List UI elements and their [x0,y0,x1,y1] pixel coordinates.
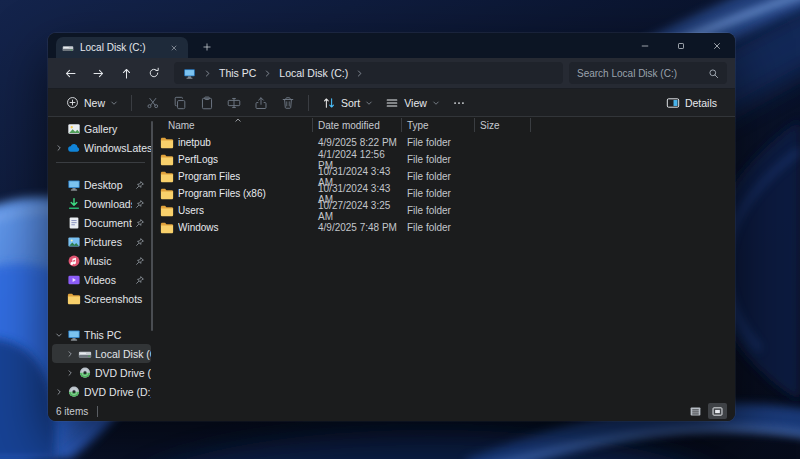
arrow-up-icon [120,67,133,80]
sidebar-item-music[interactable]: Music [48,251,151,270]
cut-button[interactable] [139,91,166,115]
sidebar-item-downloads[interactable]: Downloads [48,194,151,213]
folder-icon [160,204,174,218]
toolbar-divider [131,95,132,111]
sort-button[interactable]: Sort [316,91,379,115]
sidebar-scrollbar[interactable] [151,121,153,331]
pin-icon [135,256,145,266]
new-tab-button[interactable] [198,39,216,55]
refresh-button[interactable] [140,60,168,86]
rename-icon [227,96,241,110]
large-icons-view-toggle[interactable] [708,403,727,419]
minimize-button[interactable] [627,33,663,58]
column-divider[interactable] [530,118,531,132]
sidebar-item-documents[interactable]: Documents [48,213,151,232]
file-row-users[interactable]: Users 10/27/2024 3:25 AM File folder [155,202,735,219]
explorer-tab[interactable]: Local Disk (C:) [56,37,188,58]
details-pane-button[interactable]: Details [660,91,723,115]
status-divider [97,406,98,417]
folder-icon [160,221,174,235]
sidebar-item-dvd-drive[interactable]: DVD Drive (D:) [48,363,151,382]
breadcrumb[interactable]: This PC Local Disk (C:) [174,62,563,84]
file-row-program-files[interactable]: Program Files 10/31/2024 3:43 AM File fo… [155,168,735,185]
back-button[interactable] [56,60,84,86]
window-titlebar[interactable]: Local Disk (C:) [48,33,735,58]
tab-close-icon[interactable] [166,40,182,56]
disc-icon [67,385,81,399]
share-button[interactable] [247,91,274,115]
up-button[interactable] [112,60,140,86]
chevron-right-icon[interactable] [54,144,64,152]
gallery-icon [67,122,81,136]
delete-button[interactable] [274,91,301,115]
this-pc-icon [67,328,81,342]
folder-icon [67,292,81,306]
new-button[interactable]: New [60,91,124,115]
view-button[interactable]: View [379,91,446,115]
close-icon [712,41,722,51]
pin-icon [135,275,145,285]
ellipsis-icon [452,96,466,110]
sidebar-item-gallery[interactable]: Gallery [48,119,151,138]
sort-ascending-icon [233,115,243,125]
column-header-type[interactable]: Type [402,117,474,134]
status-bar: 6 items [48,401,735,421]
desktop-icon [67,178,81,192]
file-row-windows[interactable]: Windows 4/9/2025 7:48 PM File folder [155,219,735,236]
file-row-inetpub[interactable]: inetpub 4/9/2025 8:22 PM File folder [155,134,735,151]
search-box[interactable] [569,62,727,84]
file-row-perflogs[interactable]: PerfLogs 4/1/2024 12:56 PM File folder [155,151,735,168]
close-button[interactable] [699,33,735,58]
search-icon[interactable] [708,68,719,79]
forward-button[interactable] [84,60,112,86]
chevron-right-icon[interactable] [65,350,75,358]
sidebar-item-local-disk-c[interactable]: Local Disk (C:) [52,344,151,363]
share-icon [254,96,268,110]
details-view-toggle[interactable] [686,403,705,419]
sort-icon [322,96,336,110]
music-icon [67,254,81,268]
disc-icon [78,366,92,380]
chevron-right-icon[interactable] [65,369,75,377]
arrow-right-icon [92,67,105,80]
copy-button[interactable] [166,91,193,115]
maximize-button[interactable] [663,33,699,58]
sidebar-item-desktop[interactable]: Desktop [48,175,151,194]
copy-icon [173,96,187,110]
this-pc-icon [183,67,196,80]
chevron-right-icon[interactable] [355,69,364,78]
breadcrumb-this-pc[interactable]: This PC [219,67,256,79]
details-view-icon [689,405,702,418]
command-bar: New Sort View Details [48,89,735,117]
minimize-icon [640,41,650,51]
column-header-date-modified[interactable]: Date modified [313,117,401,134]
chevron-right-icon[interactable] [54,388,64,396]
sidebar-item-this-pc[interactable]: This PC [48,325,151,344]
sidebar-item-pictures[interactable]: Pictures [48,232,151,251]
address-bar: This PC Local Disk (C:) [48,58,735,89]
chevron-right-icon[interactable] [263,69,272,78]
sidebar-item-screenshots[interactable]: Screenshots [48,289,151,308]
column-header-name[interactable]: Name [155,117,312,134]
search-input[interactable] [577,68,702,79]
rename-button[interactable] [220,91,247,115]
file-list: Name Date modified Type Size inetpub 4/9… [155,117,735,401]
chevron-down-icon[interactable] [54,331,64,339]
item-count: 6 items [56,406,88,417]
folder-icon [160,136,174,150]
folder-icon [160,153,174,167]
documents-icon [67,216,81,230]
chevron-right-icon[interactable] [203,69,212,78]
sidebar-item-onedrive[interactable]: WindowsLatest [48,138,151,157]
sidebar-item-videos[interactable]: Videos [48,270,151,289]
breadcrumb-local-disk[interactable]: Local Disk (C:) [279,67,348,79]
arrow-left-icon [64,67,77,80]
paste-button[interactable] [193,91,220,115]
column-headers: Name Date modified Type Size [155,117,735,134]
column-header-size[interactable]: Size [475,117,530,134]
sort-button-label: Sort [341,97,360,109]
onedrive-cloud-icon [67,141,81,155]
sidebar-item-dvd-drive-2[interactable]: DVD Drive (D:) C [48,382,151,401]
file-row-program-files-x86[interactable]: Program Files (x86) 10/31/2024 3:43 AM F… [155,185,735,202]
more-options-button[interactable] [446,91,473,115]
